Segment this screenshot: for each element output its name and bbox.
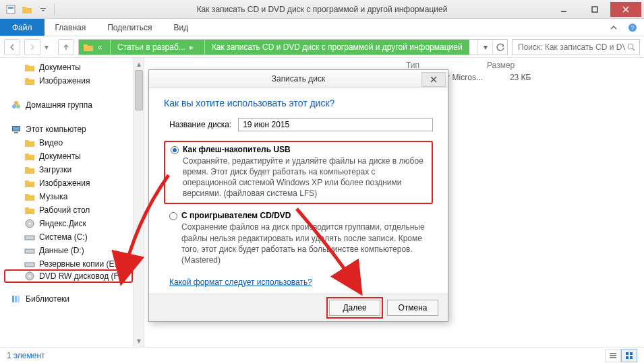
svg-rect-3 [592,7,597,12]
search-box[interactable] [512,39,640,55]
tree-scrollbar[interactable]: ▴ ▾ [134,58,144,347]
minimize-button[interactable] [548,2,579,17]
breadcrumb-seg1[interactable]: Статьи в разраб... [117,42,185,52]
forward-button[interactable] [24,39,40,55]
svg-rect-18 [25,236,34,240]
tree-homegroup[interactable]: Домашняя группа [5,98,131,112]
navigation-bar: ▾ « Статьи в разраб... ▸ Как записать CD… [0,36,644,58]
svg-rect-31 [626,356,628,359]
properties-icon[interactable] [3,1,19,18]
history-dropdown[interactable]: ▾ [45,42,54,52]
tree-desktop[interactable]: Рабочий стол [5,203,131,217]
option-cddvd-title: С проигрывателем CD/DVD [181,211,428,220]
scroll-down-icon[interactable]: ▾ [134,336,144,345]
svg-text:?: ? [631,24,634,31]
dialog-heading: Как вы хотите использовать этот диск? [164,98,433,108]
tree-pictures[interactable]: Изображения [5,74,131,88]
tree-documents2[interactable]: Документы [5,150,131,163]
svg-rect-19 [25,249,34,253]
tree-cdrive[interactable]: Система (C:) [5,230,131,244]
view-details-icon[interactable] [605,349,621,362]
divider [54,3,58,15]
new-folder-icon[interactable] [19,1,35,18]
tree-libraries[interactable]: Библиотеки [5,292,131,306]
tree-music[interactable]: Музыка [5,190,131,203]
next-button[interactable]: Далее [329,300,380,316]
option-cddvd[interactable]: С проигрывателем CD/DVD Сохранение файло… [164,208,433,269]
window-titlebar: Как записать CD и DVD диск с программой … [0,0,644,19]
radio-usb[interactable] [171,146,179,154]
ribbon-expand-icon[interactable] [605,19,622,36]
svg-rect-1 [8,7,13,9]
tree-pictures2[interactable]: Изображения [5,176,131,190]
dialog-close-button[interactable] [421,72,446,87]
svg-rect-23 [12,296,14,302]
svg-rect-25 [18,296,20,302]
svg-point-22 [29,275,31,277]
tab-home[interactable]: Главная [45,19,97,36]
svg-rect-29 [626,352,628,355]
svg-point-11 [16,104,20,108]
search-icon [626,42,635,52]
file-size: 23 КБ [510,73,531,82]
tree-yadisk[interactable]: Яндекс.Диск [5,217,131,230]
tree-downloads[interactable]: Загрузки [5,163,131,176]
address-bar[interactable]: « Статьи в разраб... ▸ Как записать CD и… [78,39,508,55]
svg-rect-28 [610,357,616,358]
tab-share[interactable]: Поделиться [96,19,163,36]
refresh-icon[interactable] [492,40,507,55]
svg-rect-20 [25,263,34,267]
svg-rect-14 [13,127,20,131]
back-button[interactable] [4,39,20,55]
svg-rect-26 [610,353,616,354]
addr-dropdown-icon[interactable]: ▾ [477,40,492,55]
search-input[interactable] [517,42,626,53]
tree-ddrive[interactable]: Данные (D:) [5,244,131,257]
disc-icon [24,271,35,282]
option-usb-desc: Сохраняйте, редактируйте и удаляйте файл… [183,156,426,199]
view-large-icons-icon[interactable] [621,349,637,362]
ribbon: Файл Главная Поделиться Вид ? [0,19,644,36]
tab-view[interactable]: Вид [163,19,199,36]
help-link[interactable]: Какой формат следует использовать? [169,277,312,287]
option-usb[interactable]: Как флеш-накопитель USB Сохраняйте, реда… [164,141,433,205]
breadcrumb-seg2[interactable]: Как записать CD и DVD диск с программой … [212,42,463,52]
status-bar: 1 элемент [0,347,644,363]
svg-rect-30 [630,352,633,355]
window-title: Как записать CD и DVD диск с программой … [0,5,644,14]
svg-point-10 [12,104,16,108]
tree-edrive[interactable]: Резервные копии (E:) [5,257,131,271]
radio-cddvd[interactable] [169,212,177,220]
up-button[interactable] [58,39,74,55]
tree-documents[interactable]: Документы [5,61,131,74]
disc-name-label: Название диска: [169,120,231,129]
qat-overflow-icon[interactable] [35,1,51,18]
status-count: 1 элемент [7,351,45,360]
help-icon[interactable]: ? [624,19,641,36]
svg-rect-15 [14,132,18,133]
svg-point-17 [29,223,31,225]
cancel-button[interactable]: Отмена [387,300,438,316]
col-size[interactable]: Размер [481,58,535,73]
svg-line-9 [633,48,635,51]
burn-disc-dialog: Записать диск Как вы хотите использовать… [148,69,448,322]
scroll-up-icon[interactable]: ▴ [134,59,144,69]
tree-dvd-drive[interactable]: DVD RW дисковод (F:) [4,269,133,283]
svg-point-12 [14,101,18,105]
svg-rect-24 [15,296,17,302]
disc-name-input[interactable] [238,118,433,131]
tree-video[interactable]: Видео [5,136,131,150]
svg-rect-27 [610,355,616,356]
file-tab[interactable]: Файл [0,19,45,36]
maximize-button[interactable] [579,2,610,17]
tree-thispc[interactable]: Этот компьютер [5,123,131,136]
close-button[interactable] [610,2,641,17]
svg-rect-32 [630,356,633,359]
svg-rect-0 [7,5,15,13]
folder-icon [83,42,94,53]
navigation-tree[interactable]: Документы Изображения Домашняя группа Эт… [0,58,134,347]
option-usb-title: Как флеш-накопитель USB [183,145,426,154]
option-cddvd-desc: Сохранение файлов на диск производится г… [181,222,428,265]
svg-point-8 [628,44,633,49]
scroll-thumb[interactable] [135,70,143,110]
